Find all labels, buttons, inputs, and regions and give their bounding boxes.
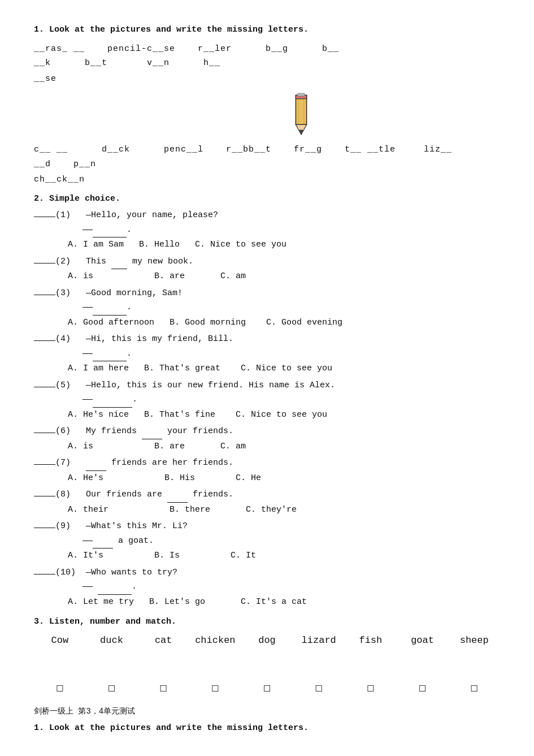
q7-num: (7) — [55, 458, 71, 468]
q1-num: (1) — [55, 210, 71, 220]
checkbox-1[interactable]: ☐ — [34, 678, 86, 699]
blank-row-1: __ras_ __ pencil-c__se r__ler b__g b__ _… — [34, 42, 500, 71]
q8-num: (8) — [55, 490, 71, 499]
question-3: (3) —Good morning, Sam! —— . A. Good aft… — [34, 286, 500, 330]
question-2: (2) This my new book. A. is B. are C. am — [34, 254, 500, 284]
section2-title: 2. Simple choice. — [34, 192, 500, 206]
checkbox-6[interactable]: ☐ — [293, 678, 345, 699]
checkbox-5[interactable]: ☐ — [241, 678, 293, 699]
checkbox-7[interactable]: ☐ — [345, 678, 397, 699]
section3-title: 3. Listen, number and match. — [34, 615, 500, 629]
pencil-image — [102, 92, 500, 137]
q4-num: (4) — [55, 334, 71, 344]
checkbox-3[interactable]: ☐ — [137, 678, 189, 699]
animal-chicken: chicken — [189, 633, 241, 649]
animal-cow: Cow — [34, 633, 86, 649]
svg-rect-0 — [296, 95, 306, 124]
animal-goat: goat — [397, 633, 449, 649]
animal-duck: duck — [86, 633, 138, 649]
question-10: (10) —Who wants to try? —— . A. Let me t… — [34, 565, 500, 610]
animal-row: Cow duck cat chicken dog lizard fish goa… — [34, 633, 500, 649]
question-8: (8) Our friends are friends. A. their B.… — [34, 487, 500, 517]
animal-cat: cat — [137, 633, 189, 649]
checkbox-4[interactable]: ☐ — [189, 678, 241, 699]
animal-fish: fish — [345, 633, 397, 649]
svg-rect-6 — [297, 93, 305, 96]
question-9: (9) —What's this Mr. Li? —— a goat. A. I… — [34, 519, 500, 563]
q5-num: (5) — [55, 381, 71, 390]
question-1: (1) —Hello, your name, please? —— . A. I… — [34, 208, 500, 252]
checkbox-8[interactable]: ☐ — [397, 678, 449, 699]
q2-num: (2) — [55, 257, 71, 266]
q6-num: (6) — [55, 426, 71, 436]
question-5: (5) —Hello, this is our new friend. His … — [34, 378, 500, 422]
section1-title: 1. Look at the pictures and write the mi… — [34, 23, 500, 37]
blank-row-1b: __se — [34, 72, 500, 87]
question-6: (6) My friends your friends. A. is B. ar… — [34, 424, 500, 453]
blank-row-2b: ch__ck__n — [34, 172, 500, 187]
blank-row-2: c__ __ d__ck penc__l r__bb__t fr__g t__ … — [34, 142, 500, 171]
checkbox-row: ☐ ☐ ☐ ☐ ☐ ☐ ☐ ☐ ☐ — [34, 678, 500, 699]
q3-num: (3) — [55, 288, 71, 298]
animal-lizard: lizard — [293, 633, 345, 649]
checkbox-9[interactable]: ☐ — [448, 678, 500, 699]
footer-label: 剑桥一级上 第3，4单元测试 — [34, 705, 500, 719]
animal-dog: dog — [241, 633, 293, 649]
checkbox-2[interactable]: ☐ — [86, 678, 138, 699]
question-7: (7) friends are her friends. A. He's B. … — [34, 456, 500, 485]
footer-section: 1. Look at the pictures and write the mi… — [34, 721, 500, 736]
q10-num: (10) — [55, 568, 76, 577]
question-4: (4) —Hi, this is my friend, Bill. —— . A… — [34, 332, 500, 376]
animal-sheep: sheep — [448, 633, 500, 649]
q9-num: (9) — [55, 521, 71, 531]
